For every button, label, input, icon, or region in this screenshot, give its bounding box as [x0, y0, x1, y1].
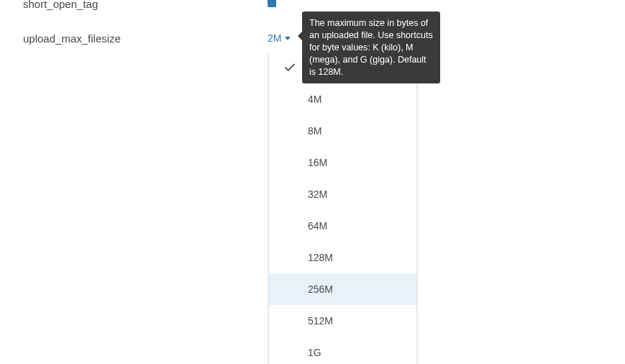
dropdown-option-8m[interactable]: 8M	[269, 115, 416, 147]
toggle-short-open-tag[interactable]	[268, 0, 276, 7]
tooltip-upload-max-filesize: The maximum size in bytes of an uploaded…	[302, 12, 440, 83]
dropdown-option-label: 512M	[308, 315, 333, 327]
dropdown-option-1g[interactable]: 1G	[269, 337, 416, 364]
dropdown-option-label: 4M	[308, 94, 321, 105]
dropdown-upload-max-filesize: 2M4M8M16M32M64M128M256M512M1G	[268, 52, 417, 364]
dropdown-option-label: 32M	[308, 188, 327, 200]
dropdown-option-32m[interactable]: 32M	[269, 178, 416, 210]
dropdown-option-label: 64M	[308, 220, 327, 232]
dropdown-option-label: 256M	[308, 283, 333, 295]
setting-row-upload-max-filesize: upload_max_filesize	[23, 32, 121, 45]
tooltip-text: The maximum size in bytes of an uploaded…	[309, 18, 433, 77]
caret-down-icon	[285, 37, 291, 40]
dropdown-trigger-upload-max-filesize[interactable]: 2M	[268, 32, 291, 44]
dropdown-option-label: 16M	[308, 157, 327, 168]
current-value-upload-max-filesize: 2M	[268, 32, 281, 44]
setting-row-short-open-tag: short_open_tag	[23, 0, 98, 10]
dropdown-option-label: 128M	[308, 252, 333, 263]
dropdown-option-128m[interactable]: 128M	[269, 242, 416, 273]
setting-label-short-open-tag: short_open_tag	[23, 0, 98, 10]
dropdown-option-512m[interactable]: 512M	[269, 305, 416, 337]
dropdown-option-64m[interactable]: 64M	[269, 210, 416, 242]
check-icon	[283, 61, 296, 74]
dropdown-option-4m[interactable]: 4M	[269, 83, 416, 115]
dropdown-option-16m[interactable]: 16M	[269, 147, 416, 178]
dropdown-option-label: 8M	[308, 125, 321, 137]
dropdown-option-256m[interactable]: 256M	[269, 273, 416, 305]
setting-label-upload-max-filesize: upload_max_filesize	[23, 32, 121, 45]
dropdown-option-label: 1G	[308, 347, 321, 358]
